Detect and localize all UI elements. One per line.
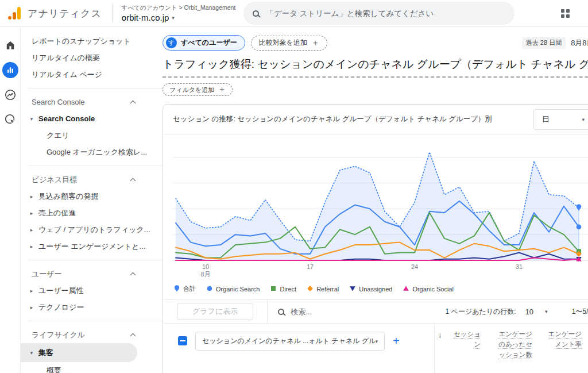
chevron-down-icon[interactable]: ▾ [545, 309, 548, 314]
nav-user-attributes[interactable]: ▸ ユーザー属性 [21, 282, 163, 299]
nav-web-app-traffic[interactable]: ▸ ウェブ / アプリのトラフィック... [21, 221, 163, 238]
triangle-right-icon: ▸ [29, 244, 34, 249]
sessions-trend-chart[interactable]: 108月172431 [172, 138, 588, 280]
reports-icon[interactable] [2, 62, 18, 78]
svg-text:8月: 8月 [200, 271, 210, 278]
column-header-engagement-rate[interactable]: エンゲージメント率 [547, 329, 582, 373]
add-comparison-chip[interactable]: 比較対象を追加 ＋ [251, 36, 327, 51]
page-title-wrap: トラフィック獲得: セッションのメインのチャネル グループ（デフォルト チャネル… [163, 57, 588, 78]
plot-rows-button[interactable]: グラフに表示 [177, 303, 253, 320]
nav-lead-generation[interactable]: ▸ 見込み顧客の発掘 [21, 188, 163, 205]
column-header-engaged-sessions[interactable]: エンゲージのあったセッション数 [496, 329, 532, 373]
nav-queries[interactable]: クエリ [21, 127, 163, 144]
topbar: アナリティクス すべてのアカウント > Orbit_Management orb… [0, 0, 588, 27]
divider [28, 166, 163, 166]
svg-text:17: 17 [307, 263, 314, 270]
property-name: orbit-m.co.jp [122, 13, 169, 22]
triangle-right-icon: ▸ [29, 227, 34, 233]
add-dimension-button[interactable]: + [393, 334, 400, 348]
legend-item[interactable]: Organic Social [403, 285, 454, 293]
triangle-down-icon: ▾ [29, 116, 34, 122]
nav-user-engagement[interactable]: ▸ ユーザー エンゲージメントと... [21, 238, 163, 255]
circle-marker-icon [206, 285, 213, 293]
nav-realtime-pages[interactable]: リアルタイム ページ [21, 66, 163, 83]
legend-label: 合計 [183, 284, 196, 293]
nav-section-search-console[interactable]: Search Console [21, 94, 163, 110]
nav-technology[interactable]: ▸ テクノロジー [21, 299, 163, 316]
chevron-up-icon [130, 178, 136, 184]
search-icon [253, 10, 259, 17]
account-breadcrumb: すべてのアカウント > Orbit_Management [122, 4, 236, 12]
chevron-down-icon: ▾ [172, 15, 175, 21]
nav-acquisition-overview[interactable]: 概要 [21, 362, 163, 373]
date-range-value: 8月8日〜2025年9月4日 [571, 38, 588, 48]
page-title: トラフィック獲得: セッションのメインのチャネル グループ（デフォルト チャネル… [163, 57, 588, 71]
legend-label: Direct [280, 286, 296, 293]
table-header-row: セッションのメインのチャネル ...ォルト チャネル グループ) ▾ + ↓ セ… [163, 323, 588, 373]
plus-icon: ＋ [218, 84, 226, 95]
pagination-range: 1〜5/5 [572, 307, 588, 317]
table-toolbar: グラフに表示 1 ページあたりの行数: 10 ▾ 1〜5/5 [163, 300, 588, 323]
app-name: アナリティクス [28, 7, 102, 20]
legend-label: Unassigned [359, 286, 392, 293]
triangle-right-icon: ▸ [29, 210, 34, 216]
legend-label: Organic Search [216, 286, 260, 293]
advertising-icon[interactable] [2, 111, 18, 128]
nav-acquisition[interactable]: ▾ 集客 [21, 343, 137, 362]
nav-drive-sales[interactable]: ▸ 売上の促進 [21, 205, 163, 221]
explore-icon[interactable] [2, 87, 18, 103]
dimension-select[interactable]: セッションのメインのチャネル ...ォルト チャネル グループ) ▾ [195, 332, 385, 351]
legend-label: Organic Social [412, 286, 454, 293]
legend-item[interactable]: Referral [307, 285, 339, 293]
chevron-up-icon [130, 272, 136, 278]
account-switcher[interactable]: すべてのアカウント > Orbit_Management orbit-m.co.… [112, 4, 236, 22]
divider [28, 88, 163, 89]
triangle-up-marker-icon [403, 285, 409, 293]
triangle-right-icon: ▸ [29, 288, 34, 294]
column-header-sessions[interactable]: ↓ セッション [448, 329, 481, 373]
table-search-input[interactable] [291, 307, 400, 316]
rows-per-page-value[interactable]: 10 [525, 307, 533, 316]
pin-marker-icon [173, 285, 180, 293]
select-all-checkbox[interactable] [178, 336, 187, 345]
nav-report-snapshot[interactable]: レポートのスナップショット [21, 33, 163, 49]
legend-item[interactable]: Organic Search [206, 285, 260, 293]
sort-descending-icon: ↓ [438, 329, 442, 341]
ga4-traffic-acquisition-page: { "topbar": { "app_name": "アナリティクス", "ac… [0, 0, 588, 373]
legend-item[interactable]: Unassigned [349, 285, 392, 293]
chart-legend: 合計Organic SearchDirectReferralUnassigned… [172, 283, 588, 299]
legend-item[interactable]: 合計 [173, 284, 196, 293]
analytics-logo-icon [8, 7, 21, 20]
date-range-picker[interactable]: 過去 28 日間 8月8日〜2025年9月4日 [522, 37, 588, 49]
search-icon [278, 309, 284, 315]
granularity-select[interactable]: 日 ▾ [533, 109, 588, 130]
main-content: す すべてのユーザー 比較対象を追加 ＋ 過去 28 日間 8月8日〜2025年… [163, 27, 588, 373]
triangle-right-icon: ▸ [29, 305, 34, 310]
nav-section-business-goals[interactable]: ビジネス目標 [21, 171, 163, 188]
icon-rail [0, 27, 21, 373]
add-filter-chip[interactable]: フィルタを追加 ＋ [163, 83, 233, 96]
svg-text:24: 24 [411, 263, 418, 270]
svg-text:31: 31 [516, 263, 523, 270]
triangle-down-marker-icon [349, 285, 356, 293]
search-input[interactable] [266, 9, 505, 18]
legend-item[interactable]: Direct [270, 285, 296, 293]
divider [28, 321, 163, 321]
divider [28, 260, 163, 260]
global-search-bar[interactable] [243, 2, 514, 25]
svg-text:10: 10 [202, 263, 209, 270]
nav-section-user[interactable]: ユーザー [21, 266, 163, 282]
nav-section-lifecycle[interactable]: ライフサイクル [21, 326, 163, 343]
home-icon[interactable] [2, 37, 18, 53]
chevron-up-icon [130, 101, 136, 106]
audience-avatar: す [166, 37, 177, 48]
rows-per-page-label: 1 ページあたりの行数: [446, 307, 516, 317]
nav-realtime-overview[interactable]: リアルタイムの概要 [21, 49, 163, 66]
nav-search-console[interactable]: ▾ Search Console [21, 110, 163, 127]
nav-google-organic-search[interactable]: Google オーガニック検索レ... [21, 144, 163, 160]
audience-chip-all-users[interactable]: す すべてのユーザー [163, 35, 245, 51]
table-search[interactable] [278, 307, 400, 316]
apps-grid-icon[interactable] [561, 9, 570, 18]
date-range-badge: 過去 28 日間 [522, 37, 566, 49]
triangle-down-icon: ▾ [29, 350, 34, 356]
